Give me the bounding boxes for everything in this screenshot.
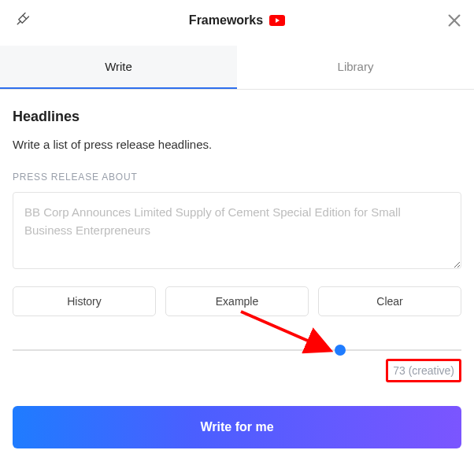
modal-title-row: Frameworks [189, 13, 285, 28]
slider-track [13, 349, 461, 351]
modal-header: Frameworks [0, 0, 474, 41]
press-release-input[interactable] [13, 192, 461, 269]
slider-value-label: 73 (creative) [386, 359, 461, 382]
action-button-row: History Example Clear [13, 286, 461, 316]
close-icon[interactable] [446, 12, 463, 29]
tabs: Write Library [0, 46, 474, 90]
clear-button[interactable]: Clear [318, 286, 461, 316]
youtube-icon[interactable] [269, 15, 285, 26]
tab-library[interactable]: Library [237, 46, 474, 89]
section-description: Write a list of press release headlines. [13, 138, 461, 151]
input-label: PRESS RELEASE ABOUT [13, 172, 461, 183]
history-button[interactable]: History [13, 286, 156, 316]
slider-thumb[interactable] [335, 345, 346, 356]
creativity-slider[interactable]: 73 (creative) [13, 346, 461, 381]
example-button[interactable]: Example [165, 286, 309, 316]
write-for-me-button[interactable]: Write for me [13, 406, 461, 448]
pin-icon[interactable] [16, 12, 30, 29]
content-area: Headlines Write a list of press release … [0, 90, 474, 448]
section-title: Headlines [13, 109, 461, 125]
modal-title: Frameworks [189, 13, 263, 28]
tab-write[interactable]: Write [0, 46, 237, 89]
